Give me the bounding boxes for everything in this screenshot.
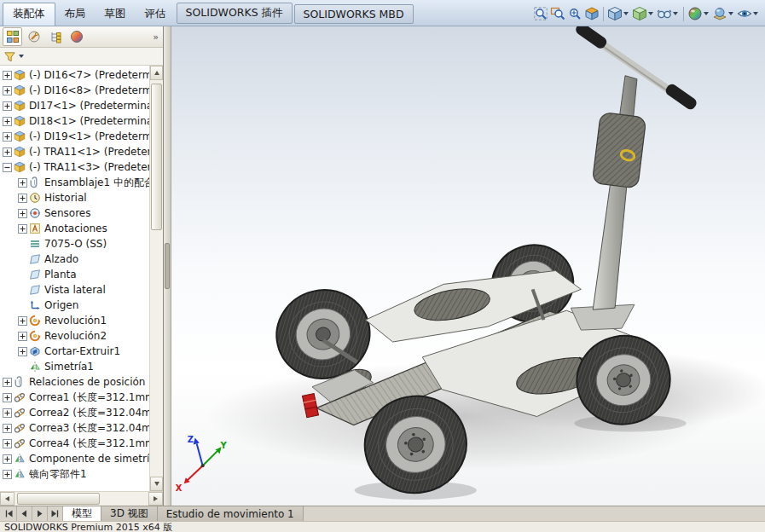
- apply-scene-button[interactable]: [711, 5, 736, 22]
- ribbon-tab[interactable]: 草图: [96, 3, 136, 26]
- expand-icon[interactable]: [18, 194, 27, 203]
- tree-item[interactable]: Origen: [0, 298, 150, 313]
- expand-icon[interactable]: [3, 439, 12, 448]
- scroll-right-button[interactable]: [148, 492, 163, 506]
- scroll-left-button[interactable]: [0, 492, 14, 506]
- tree-item[interactable]: Componente de simetría: [0, 451, 150, 466]
- tree-item[interactable]: 镜向零部件1: [0, 466, 150, 482]
- tree-item[interactable]: Anotaciones: [0, 221, 150, 236]
- tree-item[interactable]: Correa1 (长度=312.1mm: [0, 390, 150, 405]
- tree-item[interactable]: 7075-O (SS): [0, 236, 150, 252]
- tree-item[interactable]: Correa4 (长度=312.1mm: [0, 436, 150, 451]
- tree-horizontal-scrollbar[interactable]: [0, 491, 163, 506]
- document-tab[interactable]: Estudio de movimiento 1: [158, 506, 304, 521]
- zoom-to-fit-button[interactable]: [532, 5, 549, 22]
- scroll-down-button[interactable]: [150, 477, 163, 491]
- document-tab[interactable]: 3D 视图: [101, 506, 158, 521]
- hscrollbar-track[interactable]: [14, 492, 148, 506]
- expand-icon[interactable]: [18, 209, 27, 218]
- nav-prev-button[interactable]: [17, 506, 32, 521]
- dropdown-caret-icon[interactable]: [623, 12, 629, 15]
- filter-caret-icon[interactable]: [19, 55, 24, 58]
- displaymanager-tab-button[interactable]: [67, 27, 86, 46]
- expand-icon[interactable]: [3, 132, 12, 142]
- tree-item[interactable]: (-) DI16<7> (Predeterm: [0, 67, 150, 83]
- scrollbar-track[interactable]: [150, 80, 163, 477]
- expand-icon[interactable]: [3, 101, 12, 111]
- nav-first-button[interactable]: [2, 506, 17, 521]
- panel-chevron-button[interactable]: »: [153, 32, 160, 43]
- tree-item[interactable]: DI17<1> (Predetermina: [0, 98, 150, 113]
- expand-icon[interactable]: [3, 71, 12, 80]
- dropdown-caret-icon[interactable]: [753, 12, 758, 15]
- expand-icon[interactable]: [18, 178, 27, 188]
- zoom-to-area-button[interactable]: [549, 5, 566, 22]
- expand-icon[interactable]: [3, 393, 12, 402]
- section-view-button[interactable]: [583, 5, 600, 22]
- tree-item[interactable]: Relaciones de posición: [0, 374, 150, 390]
- tree-item[interactable]: Correa3 (长度=312.04m: [0, 420, 150, 436]
- tree-item[interactable]: Correa2 (长度=312.04m: [0, 405, 150, 420]
- model-canvas[interactable]: Z Y X: [171, 26, 765, 506]
- ribbon-tab[interactable]: SOLIDWORKS 插件: [177, 3, 293, 24]
- view-orientation-button[interactable]: [606, 5, 631, 22]
- tree-item[interactable]: (-) TRA11<1> (Predeter: [0, 144, 150, 159]
- tree-item[interactable]: (-) DI19<1> (Predeterm: [0, 129, 150, 144]
- scroll-up-button[interactable]: [150, 66, 163, 80]
- part-icon: [14, 161, 26, 173]
- tree-item[interactable]: Simetría1: [0, 359, 150, 374]
- tree-vertical-scrollbar[interactable]: [149, 66, 163, 491]
- expand-icon[interactable]: [3, 424, 12, 433]
- collapse-icon[interactable]: [3, 163, 12, 172]
- splitter-handle[interactable]: [165, 243, 170, 289]
- tree-item[interactable]: (-) TRA11<3> (Predeter: [0, 159, 150, 175]
- viewport-3d[interactable]: Z Y X: [171, 26, 765, 506]
- propertymanager-tab-button[interactable]: [24, 27, 43, 46]
- expand-icon[interactable]: [3, 117, 12, 126]
- tree-item[interactable]: (-) DI16<8> (Predeterm: [0, 83, 150, 98]
- tree-item[interactable]: Revolución1: [0, 313, 150, 328]
- ribbon-tab[interactable]: 评估: [136, 3, 176, 26]
- tree-item[interactable]: Revolución2: [0, 328, 150, 344]
- zoom-in-out-button[interactable]: [566, 5, 583, 22]
- tree-item[interactable]: Ensamblaje1 中的配合: [0, 175, 150, 190]
- dropdown-caret-icon[interactable]: [673, 12, 678, 15]
- ribbon-tab[interactable]: 布局: [55, 3, 96, 26]
- dropdown-caret-icon[interactable]: [648, 12, 653, 15]
- tree-item[interactable]: Alzado: [0, 252, 150, 267]
- edit-appearance-button[interactable]: [687, 5, 711, 22]
- hide-show-items-button[interactable]: [656, 5, 681, 22]
- expand-icon[interactable]: [18, 347, 27, 356]
- ribbon-tab[interactable]: 装配体: [3, 3, 55, 26]
- tree-item[interactable]: Sensores: [0, 205, 150, 221]
- view-settings-button[interactable]: [736, 5, 761, 22]
- expand-icon[interactable]: [18, 316, 27, 326]
- expand-icon[interactable]: [3, 147, 12, 157]
- expand-icon[interactable]: [3, 408, 12, 418]
- nav-next-button[interactable]: [32, 506, 48, 521]
- hscrollbar-thumb[interactable]: [17, 493, 100, 505]
- expand-icon[interactable]: [18, 224, 27, 234]
- nav-last-button[interactable]: [48, 506, 63, 521]
- featuremanager-tab-button[interactable]: [3, 27, 22, 46]
- dropdown-caret-icon[interactable]: [728, 12, 733, 15]
- expand-icon[interactable]: [3, 454, 12, 464]
- tree-item[interactable]: DI18<1> (Predetermina: [0, 113, 150, 129]
- scrollbar-thumb[interactable]: [151, 84, 162, 230]
- display-style-button[interactable]: [631, 5, 656, 22]
- expand-icon[interactable]: [3, 378, 12, 387]
- expand-icon[interactable]: [3, 470, 12, 479]
- tree-item[interactable]: Vista lateral: [0, 282, 150, 298]
- dropdown-caret-icon[interactable]: [704, 12, 709, 15]
- expand-icon[interactable]: [3, 86, 12, 95]
- ribbon-tab[interactable]: SOLIDWORKS MBD: [294, 4, 414, 24]
- tree-item[interactable]: Cortar-Extruir1: [0, 344, 150, 359]
- tree-item[interactable]: Historial: [0, 190, 150, 205]
- tree-item[interactable]: Planta: [0, 267, 150, 282]
- configurationmanager-tab-button[interactable]: [45, 27, 65, 46]
- panel-splitter[interactable]: [164, 26, 171, 506]
- document-tab[interactable]: 模型: [63, 506, 101, 521]
- material-icon: [29, 238, 42, 250]
- filter-funnel-icon[interactable]: [3, 50, 16, 63]
- expand-icon[interactable]: [18, 332, 27, 341]
